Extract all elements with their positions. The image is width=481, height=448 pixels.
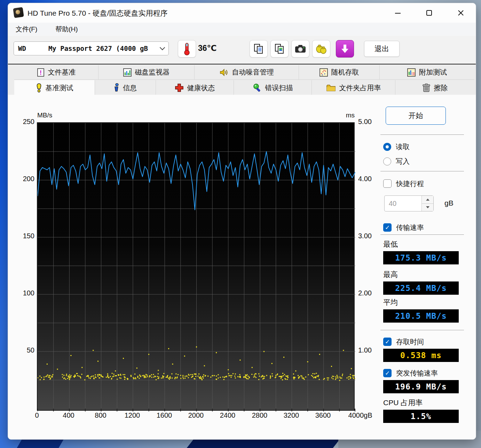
write-radio-label: 写入 bbox=[396, 157, 410, 166]
tab-error-scan[interactable]: 错误扫描 bbox=[234, 80, 312, 95]
tab-label: 擦除 bbox=[434, 83, 448, 93]
tab-label: 自动噪音管理 bbox=[232, 68, 274, 77]
read-radio[interactable] bbox=[383, 143, 391, 151]
tab-folder-usage[interactable]: 文件夹占用率 bbox=[312, 80, 395, 95]
menu-file[interactable]: 文件(F) bbox=[13, 23, 40, 35]
chevron-down-icon bbox=[160, 45, 165, 51]
camera-icon bbox=[294, 44, 307, 54]
tab-health[interactable]: 健康状态 bbox=[156, 80, 234, 95]
benchmark-chart bbox=[37, 122, 355, 411]
tab-label: 磁盘监视器 bbox=[135, 68, 170, 77]
access-time-checkbox[interactable]: ✓ bbox=[383, 338, 392, 346]
speaker-icon bbox=[220, 68, 229, 77]
x-tick-label: 0 bbox=[21, 411, 53, 419]
y-tick-label: 3.00 bbox=[358, 232, 373, 240]
temperature-value: 36℃ bbox=[198, 44, 216, 53]
app-window: HD Tune Pro 5.70 - 硬盘/固态硬盘实用程序 文件(F) 帮助(… bbox=[8, 3, 476, 440]
short-stroke-row[interactable]: 快捷行程 bbox=[383, 179, 424, 188]
max-label: 最高 bbox=[383, 270, 398, 279]
tab-disk-monitor[interactable]: 磁盘监视器 bbox=[98, 65, 195, 79]
short-stroke-checkbox[interactable] bbox=[383, 179, 392, 188]
y-tick-label: 100 bbox=[20, 289, 34, 297]
tab-label: 错误扫描 bbox=[265, 83, 293, 93]
screenshot-button[interactable] bbox=[291, 40, 309, 57]
copy-text-icon bbox=[253, 43, 265, 55]
right-axis-unit: ms bbox=[332, 111, 355, 119]
tab-strip: ! 文件基准 磁盘监视器 自动噪音管理 随机存取 bbox=[8, 64, 476, 95]
y-tick-label: 1.00 bbox=[358, 346, 373, 354]
tab-extra-tests[interactable]: 附加测试 bbox=[380, 65, 474, 79]
donate-button[interactable] bbox=[312, 40, 330, 57]
maximize-button[interactable] bbox=[419, 5, 439, 21]
folder-icon bbox=[326, 84, 336, 92]
y-tick-label: 200 bbox=[20, 175, 34, 183]
down-arrow-icon bbox=[426, 206, 429, 208]
y-tick-label: 150 bbox=[20, 232, 34, 240]
temperature-button[interactable] bbox=[178, 40, 196, 57]
start-label: 开始 bbox=[409, 111, 423, 121]
tab-auto-acoustic[interactable]: 自动噪音管理 bbox=[195, 65, 299, 79]
title-bar: HD Tune Pro 5.70 - 硬盘/固态硬盘实用程序 bbox=[8, 3, 476, 23]
x-tick-label: 1200 bbox=[117, 411, 148, 419]
save-screenshot-button[interactable] bbox=[336, 40, 354, 57]
copy-image-button[interactable] bbox=[270, 40, 289, 57]
short-stroke-stepper[interactable]: 40 bbox=[384, 195, 434, 211]
short-stroke-value: 40 bbox=[385, 196, 421, 211]
write-radio[interactable] bbox=[383, 157, 391, 165]
minimize-button[interactable] bbox=[388, 5, 408, 21]
tab-file-benchmark[interactable]: ! 文件基准 bbox=[14, 65, 98, 79]
exit-button[interactable]: 退出 bbox=[364, 41, 400, 57]
info-icon bbox=[114, 83, 119, 92]
transfer-rate-checkbox[interactable]: ✓ bbox=[383, 223, 392, 232]
burst-rate-row[interactable]: ✓ 突发传输速率 bbox=[383, 368, 438, 378]
y-tick-label: 50 bbox=[20, 346, 34, 354]
burst-rate-value: 196.9 MB/s bbox=[383, 380, 459, 393]
x-tick-label: 3600 bbox=[307, 411, 339, 419]
start-button[interactable]: 开始 bbox=[386, 107, 446, 125]
menu-help[interactable]: 帮助(H) bbox=[53, 23, 80, 35]
access-time-row[interactable]: ✓ 存取时间 bbox=[383, 337, 424, 347]
x-tick-label: 800 bbox=[85, 411, 116, 419]
stepper-up-button[interactable] bbox=[422, 196, 433, 204]
tab-info[interactable]: 信息 bbox=[95, 80, 156, 95]
tab-label: 健康状态 bbox=[187, 83, 215, 93]
tab-erase[interactable]: 擦除 bbox=[395, 80, 474, 95]
document-exclamation-icon: ! bbox=[37, 68, 45, 77]
divider bbox=[380, 234, 464, 235]
svg-text:!: ! bbox=[40, 69, 42, 76]
copy-text-button[interactable] bbox=[250, 40, 268, 57]
y-tick-label: 2.00 bbox=[358, 289, 373, 297]
min-value: 175.3 MB/s bbox=[383, 251, 459, 264]
divider bbox=[380, 134, 464, 135]
bar-chart-icon bbox=[123, 68, 132, 77]
x-tick-label: 2400 bbox=[212, 411, 243, 419]
cpu-label: CPU 占用率 bbox=[383, 398, 423, 408]
read-radio-row[interactable]: 读取 bbox=[383, 142, 410, 152]
tab-label: 文件基准 bbox=[48, 68, 76, 77]
short-stroke-unit: gB bbox=[444, 199, 454, 207]
close-button[interactable] bbox=[451, 5, 471, 21]
write-radio-row[interactable]: 写入 bbox=[383, 156, 410, 166]
trash-icon bbox=[422, 83, 431, 92]
tab-label: 基准测试 bbox=[46, 83, 73, 93]
app-hdd-icon bbox=[13, 7, 24, 18]
drive-selector[interactable]: WD My Passport 2627 (4000 gB bbox=[14, 41, 169, 55]
stepper-down-button[interactable] bbox=[422, 204, 433, 211]
divider bbox=[380, 330, 464, 330]
tab-label: 随机存取 bbox=[331, 68, 359, 77]
tab-benchmark-active[interactable]: 基准测试 bbox=[14, 80, 95, 95]
y-tick-label: 5.00 bbox=[358, 118, 373, 126]
burst-rate-checkbox[interactable]: ✓ bbox=[383, 369, 392, 377]
maximize-icon bbox=[426, 9, 433, 16]
magnifier-icon bbox=[253, 83, 262, 92]
x-tick-label: 1600 bbox=[149, 411, 180, 419]
tab-random-access[interactable]: 随机存取 bbox=[299, 65, 380, 79]
benchmark-panel: MB/s ms 250 200 150 100 50 5.00 4.00 3.0… bbox=[8, 95, 476, 439]
exit-label: 退出 bbox=[374, 44, 389, 54]
toolbar: WD My Passport 2627 (4000 gB 36℃ bbox=[8, 36, 476, 64]
thermometer-icon bbox=[182, 42, 191, 55]
minimize-icon bbox=[394, 9, 401, 16]
access-time-value: 0.538 ms bbox=[383, 349, 459, 362]
window-title: HD Tune Pro 5.70 - 硬盘/固态硬盘实用程序 bbox=[27, 8, 168, 18]
transfer-rate-row[interactable]: ✓ 传输速率 bbox=[383, 223, 424, 232]
